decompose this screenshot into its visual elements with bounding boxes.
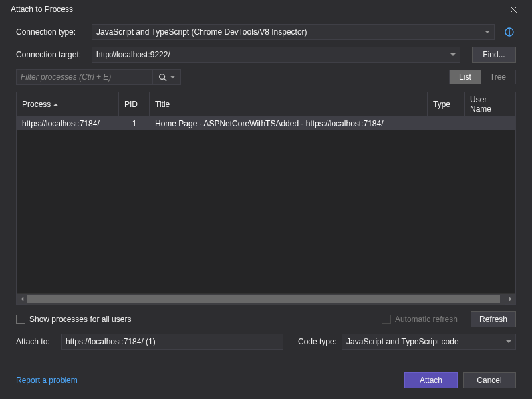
- column-pid[interactable]: PID: [119, 92, 150, 116]
- chevron-down-icon: [170, 75, 175, 80]
- connection-type-label: Connection type:: [16, 27, 88, 37]
- connection-target-row: Connection target: http://localhost:9222…: [16, 47, 516, 63]
- dialog-title: Attach to Process: [11, 5, 73, 14]
- search-icon: [158, 73, 167, 82]
- filter-input-container: [16, 69, 181, 85]
- report-problem-link[interactable]: Report a problem: [16, 376, 78, 385]
- info-icon: [505, 27, 514, 37]
- connection-type-row: Connection type: JavaScript and TypeScri…: [16, 24, 516, 40]
- view-tree-button[interactable]: Tree: [481, 70, 515, 84]
- connection-type-value: JavaScript and TypeScript (Chrome DevToo…: [96, 27, 307, 37]
- search-button[interactable]: [152, 70, 168, 84]
- find-button[interactable]: Find...: [472, 47, 516, 63]
- code-type-label: Code type:: [298, 337, 336, 346]
- cell-user: [465, 119, 515, 128]
- cell-title: Home Page - ASPNetCoreWithTSAdded - http…: [150, 119, 428, 128]
- scroll-thumb[interactable]: [27, 295, 500, 303]
- cell-pid: 1: [119, 119, 150, 128]
- column-type[interactable]: Type: [428, 92, 465, 116]
- scroll-left-icon: [17, 294, 27, 305]
- sort-asc-icon: [53, 100, 58, 109]
- view-list-button[interactable]: List: [450, 70, 481, 84]
- close-button[interactable]: [500, 0, 527, 19]
- attach-to-field[interactable]: https://localhost:7184/ (1): [61, 334, 283, 350]
- attach-to-process-dialog: Attach to Process Connection type: JavaS…: [0, 0, 532, 399]
- view-toggle: List Tree: [449, 70, 516, 84]
- options-row: Show processes for all users Automatic r…: [16, 311, 516, 327]
- attach-to-label: Attach to:: [16, 337, 56, 346]
- close-icon: [510, 6, 517, 13]
- chevron-down-icon: [450, 50, 456, 59]
- attach-to-value: https://localhost:7184/ (1): [66, 337, 156, 346]
- filter-row: List Tree: [16, 69, 516, 85]
- scroll-track: [27, 294, 505, 305]
- code-type-combo[interactable]: JavaScript and TypeScript code: [342, 334, 516, 350]
- connection-type-combo[interactable]: JavaScript and TypeScript (Chrome DevToo…: [92, 24, 495, 40]
- svg-point-3: [160, 74, 165, 79]
- chevron-down-icon: [506, 337, 511, 346]
- footer: Report a problem Attach Cancel: [0, 360, 532, 399]
- connection-target-combo[interactable]: http://localhost:9222/: [92, 47, 460, 63]
- info-button[interactable]: [503, 25, 516, 39]
- svg-point-1: [509, 29, 510, 31]
- cancel-button[interactable]: Cancel: [463, 372, 516, 388]
- connection-target-value: http://localhost:9222/: [96, 50, 170, 59]
- attach-to-row: Attach to: https://localhost:7184/ (1) C…: [16, 334, 516, 350]
- refresh-button[interactable]: Refresh: [471, 311, 516, 327]
- code-type-value: JavaScript and TypeScript code: [346, 337, 459, 346]
- cell-type: [428, 119, 465, 128]
- filter-input[interactable]: [21, 72, 150, 82]
- attach-button[interactable]: Attach: [404, 372, 458, 388]
- titlebar: Attach to Process: [0, 0, 532, 19]
- process-list: Process PID Title Type User Name https:/…: [16, 92, 516, 305]
- scroll-right-icon: [505, 294, 515, 305]
- column-title[interactable]: Title: [150, 92, 428, 116]
- show-all-label: Show processes for all users: [29, 315, 131, 324]
- auto-refresh-label: Automatic refresh: [395, 315, 458, 324]
- show-all-checkbox[interactable]: [16, 315, 25, 324]
- column-user[interactable]: User Name: [465, 92, 515, 116]
- column-process[interactable]: Process: [17, 92, 119, 116]
- connection-target-label: Connection target:: [16, 50, 88, 59]
- cell-process: https://localhost:7184/: [17, 119, 119, 128]
- chevron-down-icon: [485, 27, 490, 37]
- table-row[interactable]: https://localhost:7184/ 1 Home Page - AS…: [17, 117, 515, 130]
- process-rows: https://localhost:7184/ 1 Home Page - AS…: [17, 117, 515, 293]
- auto-refresh-checkbox: [382, 315, 391, 324]
- horizontal-scrollbar[interactable]: [17, 293, 515, 304]
- filter-dropdown-button[interactable]: [168, 75, 176, 80]
- svg-rect-2: [509, 31, 510, 35]
- column-headers: Process PID Title Type User Name: [17, 92, 515, 117]
